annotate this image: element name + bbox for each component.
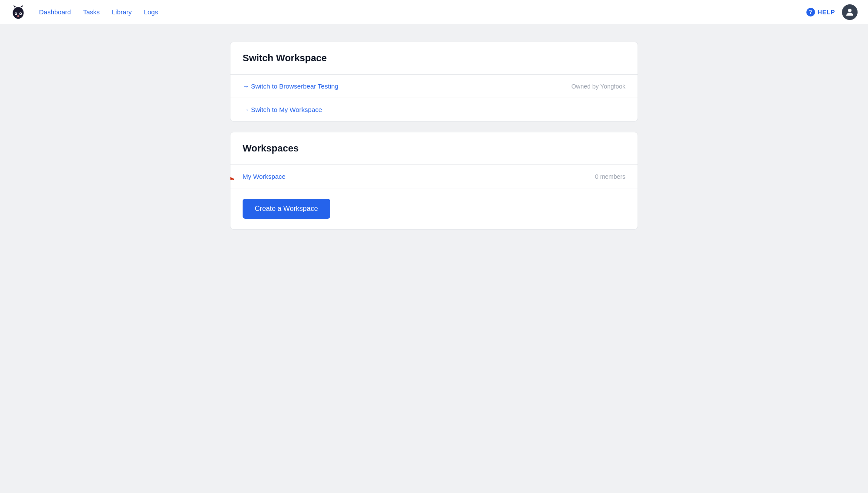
switch-workspace-card: Switch Workspace → Switch to Browserbear… xyxy=(230,42,638,122)
my-workspace-link[interactable]: My Workspace xyxy=(243,173,286,180)
workspaces-card: Workspaces My Workspace 0 members Create… xyxy=(230,132,638,230)
my-workspace-meta: 0 members xyxy=(595,173,625,180)
help-button[interactable]: ? HELP xyxy=(806,8,835,16)
svg-point-2 xyxy=(19,8,22,12)
switch-browserbear-link[interactable]: → Switch to Browserbear Testing xyxy=(243,82,339,90)
svg-marker-9 xyxy=(20,5,23,7)
switch-browserbear-row: → Switch to Browserbear Testing Owned by… xyxy=(230,75,638,98)
browserbear-meta: Owned by Yongfook xyxy=(571,83,625,90)
my-workspace-row: My Workspace 0 members xyxy=(230,165,638,188)
svg-point-7 xyxy=(17,15,19,17)
switch-workspace-header: Switch Workspace xyxy=(230,42,638,75)
svg-point-5 xyxy=(15,13,16,14)
app-logo[interactable] xyxy=(10,4,26,20)
switch-workspace-title: Switch Workspace xyxy=(243,53,625,64)
nav-links: Dashboard Tasks Library Logs xyxy=(35,6,806,18)
help-label: HELP xyxy=(818,9,835,16)
nav-dashboard[interactable]: Dashboard xyxy=(35,6,75,18)
create-workspace-row: Create a Workspace xyxy=(230,188,638,229)
workspaces-header: Workspaces xyxy=(230,132,638,165)
help-icon: ? xyxy=(806,8,815,16)
nav-tasks[interactable]: Tasks xyxy=(79,6,104,18)
svg-point-10 xyxy=(848,9,852,12)
create-workspace-button[interactable]: Create a Workspace xyxy=(243,199,330,219)
main-content: Switch Workspace → Switch to Browserbear… xyxy=(0,24,868,257)
workspaces-title: Workspaces xyxy=(243,143,625,154)
svg-point-6 xyxy=(20,13,21,14)
navbar-right: ? HELP xyxy=(806,4,858,20)
navbar: Dashboard Tasks Library Logs ? HELP xyxy=(0,0,868,24)
svg-point-0 xyxy=(13,7,23,19)
svg-point-1 xyxy=(14,8,17,12)
annotation-arrow xyxy=(230,167,239,186)
nav-logs[interactable]: Logs xyxy=(140,6,163,18)
switch-myworkspace-link[interactable]: → Switch to My Workspace xyxy=(243,106,322,113)
svg-line-12 xyxy=(230,171,234,179)
nav-library[interactable]: Library xyxy=(108,6,136,18)
switch-myworkspace-row: → Switch to My Workspace xyxy=(230,98,638,121)
avatar[interactable] xyxy=(842,4,858,20)
svg-marker-8 xyxy=(13,5,16,7)
